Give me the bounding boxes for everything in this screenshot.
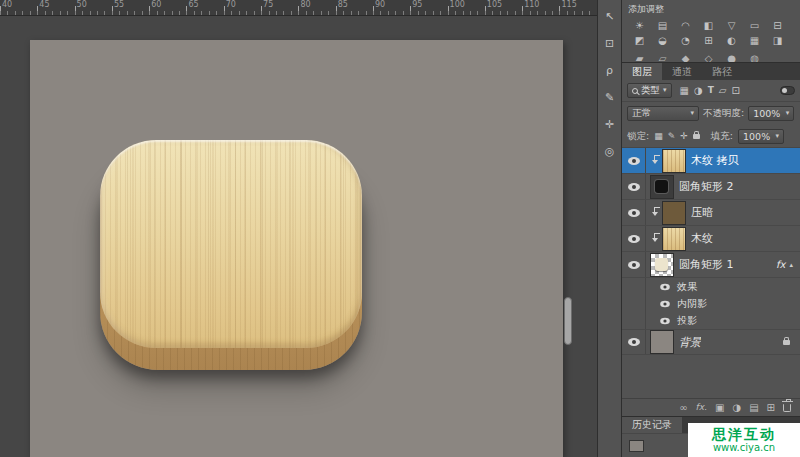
lock-icon — [783, 340, 790, 345]
effect-visibility-toggle[interactable] — [655, 283, 675, 291]
fill-dropdown[interactable]: 100% ▾ — [738, 129, 784, 144]
curves-adjustment-icon[interactable]: ◠ — [674, 18, 697, 33]
lock-position-icon[interactable]: ✛ — [680, 131, 688, 141]
delete-layer-icon[interactable] — [783, 404, 791, 412]
channel-mixer-adjustment-icon[interactable]: ◔ — [674, 33, 697, 48]
brightness-contrast-adjustment-icon[interactable]: ☀ — [628, 18, 651, 33]
blend-mode-dropdown[interactable]: 正常 ▾ — [627, 106, 699, 121]
brush-tool[interactable]: ✎ — [601, 89, 618, 105]
layer-visibility-toggle[interactable] — [622, 330, 646, 354]
eye-icon — [660, 317, 670, 323]
effect-visibility-toggle[interactable] — [655, 317, 675, 325]
hue-saturation-adjustment-icon[interactable]: ▭ — [743, 18, 766, 33]
lock-transparent-pixels-icon[interactable]: ▦ — [654, 131, 663, 141]
layer-effects-badge[interactable]: fx — [776, 259, 785, 270]
eye-icon — [628, 235, 640, 243]
ruler-label: 45 — [37, 0, 74, 15]
vibrance-adjustment-icon[interactable]: ▽ — [720, 18, 743, 33]
layer-style-icon[interactable]: fx. — [696, 403, 707, 412]
eye-icon — [660, 283, 670, 289]
collapse-effects-icon[interactable]: ▴ — [789, 261, 793, 269]
layer-thumbnail[interactable] — [651, 331, 673, 353]
layer-row[interactable]: 木纹 拷贝 — [622, 148, 800, 174]
layer-row[interactable]: 背景 — [622, 329, 800, 355]
stamp-tool[interactable]: ✛ — [601, 116, 618, 132]
effect-name: 效果 — [677, 280, 697, 294]
exposure-adjustment-icon[interactable]: ◧ — [697, 18, 720, 33]
layer-thumbnail[interactable] — [663, 228, 685, 250]
lock-bar: 锁定: ▦ ✎ ✛ 填充: 100% ▾ — [622, 125, 800, 148]
photo-filter-adjustment-icon[interactable]: ◒ — [651, 33, 674, 48]
lock-image-pixels-icon[interactable]: ✎ — [668, 131, 676, 141]
clipping-mask-arrow-icon — [651, 207, 661, 219]
color-balance-adjustment-icon[interactable]: ⊟ — [766, 18, 789, 33]
layer-thumbnail[interactable] — [663, 150, 685, 172]
eye-icon — [660, 300, 670, 306]
layer-visibility-toggle[interactable] — [622, 174, 646, 199]
new-adjustment-layer-icon[interactable]: ◑ — [732, 403, 741, 413]
adjustment-layer-filter-icon[interactable]: ◑ — [694, 85, 703, 96]
blend-mode-value: 正常 — [632, 107, 651, 120]
layer-visibility-toggle[interactable] — [622, 226, 646, 251]
tab-channels[interactable]: 通道 — [662, 63, 702, 80]
ruler-label: 75 — [261, 0, 298, 15]
link-layers-icon[interactable]: ∞ — [679, 403, 687, 413]
new-group-icon[interactable]: ▤ — [749, 403, 758, 413]
lock-label: 锁定: — [627, 130, 649, 143]
history-state-thumbnail[interactable] — [629, 440, 644, 452]
layer-visibility-toggle[interactable] — [622, 200, 646, 225]
eye-icon — [628, 157, 640, 165]
type-layer-filter-icon[interactable]: T — [708, 85, 714, 96]
filter-icons: ▦ ◑ T ▱ ⊡ — [680, 85, 740, 96]
document-canvas[interactable] — [30, 40, 563, 457]
tab-paths[interactable]: 路径 — [702, 63, 742, 80]
canvas-vertical-scrollbar[interactable] — [564, 297, 572, 345]
levels-adjustment-icon[interactable]: ▤ — [651, 18, 674, 33]
layer-name: 木纹 — [691, 231, 713, 246]
new-layer-icon[interactable]: ⊞ — [767, 403, 775, 413]
color-lookup-adjustment-icon[interactable]: ⊞ — [697, 33, 720, 48]
filter-kind-dropdown[interactable]: 类型 ▾ — [627, 83, 672, 98]
layer-thumbnail[interactable] — [663, 202, 685, 224]
pixel-layer-filter-icon[interactable]: ▦ — [680, 85, 689, 96]
layer-row[interactable]: 木纹 — [622, 226, 800, 252]
effect-row[interactable]: 效果 — [622, 278, 800, 295]
layer-thumbnail[interactable] — [651, 176, 673, 198]
adjustments-grid: ☀ ▤ ◠ ◧ ▽ ▭ ⊟ ◩ ◒ ◔ ⊞ ◐ ▦ ◨ — [628, 18, 796, 48]
shape-layer-filter-icon[interactable]: ▱ — [719, 85, 727, 96]
tool-strip: ↖ ⊡ ρ ✎ ✛ ◎ — [597, 0, 622, 457]
smart-object-filter-icon[interactable]: ⊡ — [732, 85, 740, 96]
layer-filter-toggle[interactable] — [780, 86, 795, 95]
ruler-label: 100 — [448, 0, 485, 15]
layer-row[interactable]: 圆角矩形 2 — [622, 174, 800, 200]
threshold-adjustment-icon[interactable]: ◨ — [766, 33, 789, 48]
lock-all-icon[interactable] — [693, 134, 700, 139]
chevron-down-icon: ▾ — [663, 87, 667, 94]
black-white-adjustment-icon[interactable]: ◩ — [628, 33, 651, 48]
filter-kind-label: 类型 — [641, 84, 660, 97]
layer-row[interactable]: 压暗 — [622, 200, 800, 226]
tab-layers[interactable]: 图层 — [622, 63, 662, 80]
layer-visibility-toggle[interactable] — [622, 252, 646, 277]
layer-thumbnail[interactable] — [651, 254, 673, 276]
effect-row[interactable]: 内阴影 — [622, 295, 800, 312]
posterize-adjustment-icon[interactable]: ▦ — [743, 33, 766, 48]
ruler-label: 85 — [336, 0, 373, 15]
opacity-dropdown[interactable]: 100% ▾ — [748, 106, 794, 121]
layer-row[interactable]: 圆角矩形 1 fx ▴ — [622, 252, 800, 278]
invert-adjustment-icon[interactable]: ◐ — [720, 33, 743, 48]
ruler-label: 95 — [410, 0, 447, 15]
move-tool[interactable]: ↖ — [601, 8, 618, 24]
effect-row[interactable]: 投影 — [622, 312, 800, 329]
eye-icon — [628, 338, 640, 346]
marquee-tool[interactable]: ⊡ — [601, 35, 618, 51]
add-layer-mask-icon[interactable]: ▣ — [715, 403, 724, 413]
layer-visibility-toggle[interactable] — [622, 148, 646, 173]
horizontal-ruler[interactable]: 40 45 50 55 60 65 70 75 80 85 90 95 100 … — [0, 0, 597, 16]
effect-name: 投影 — [677, 314, 697, 328]
lasso-tool[interactable]: ρ — [601, 62, 618, 78]
effect-visibility-toggle[interactable] — [655, 300, 675, 308]
tab-history[interactable]: 历史记录 — [622, 417, 682, 433]
zoom-tool[interactable]: ◎ — [601, 143, 618, 159]
watermark: 思洋互动 www.ciya.cn — [688, 423, 800, 457]
